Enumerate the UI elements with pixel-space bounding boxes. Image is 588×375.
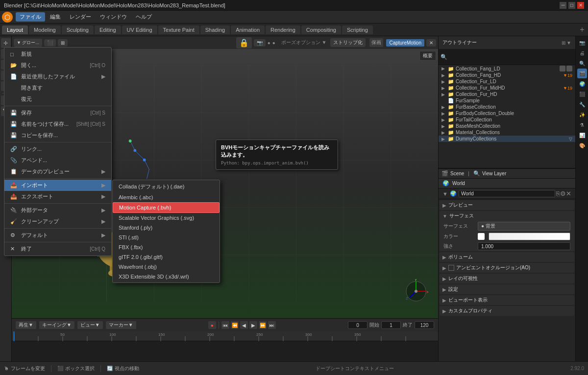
prev-keyframe-btn[interactable]: ⏪ — [231, 321, 239, 329]
prop-section-settings-header[interactable]: ▶ 設定 — [440, 284, 574, 294]
visibility-badge[interactable] — [560, 66, 565, 71]
import-bvh[interactable]: Motion Capture (.bvh) — [113, 202, 220, 213]
outliner-item[interactable]: ▶ 📁 FurBaseCollection — [439, 104, 575, 110]
menu-window[interactable]: ウィンドウ — [96, 12, 131, 22]
menu-edit[interactable]: 編集 — [46, 12, 65, 22]
tab-shading[interactable]: Shading — [200, 25, 230, 34]
menu-item-save-as[interactable]: 💾 名前をつけて保存... [Shift] [Ctrl] S — [4, 118, 111, 130]
outliner-item[interactable]: ▶ 📁 Collection_Fang_HD ▼19 — [439, 72, 575, 78]
import-svg[interactable]: Scalable Vector Graphics (.svg) — [113, 213, 220, 223]
outliner-item[interactable]: ▶ 📁 DummyCollections ▽ — [439, 136, 575, 142]
output-props-btn[interactable]: 🖨 — [577, 48, 587, 58]
keying-btn[interactable]: キーイング▼ — [39, 321, 74, 329]
scene-icon-btn[interactable]: 🎬 — [441, 170, 448, 177]
blender-logo[interactable]: ⬡ — [2, 12, 13, 23]
outliner-item[interactable]: ▶ 📁 FurTailCollection — [439, 117, 575, 123]
import-fbx[interactable]: FBX (.fbx) — [113, 242, 220, 252]
add-workspace-btn[interactable]: ＋ — [578, 24, 586, 35]
view-btn[interactable]: ビュー▼ — [77, 321, 103, 329]
menu-item-cleanup[interactable]: 🧹 クリーンアップ ▶ — [4, 216, 111, 227]
view-layer-props-btn[interactable]: 🔍 — [577, 58, 587, 68]
outliner-item[interactable]: ▶ 📁 Material_Collections — [439, 129, 575, 136]
menu-item-new[interactable]: □ 新規 — [4, 48, 111, 60]
prop-section-volume-header[interactable]: ▶ ボリューム — [440, 252, 574, 262]
outliner-item[interactable]: ▶ 📁 Collection_Fur_HD — [439, 91, 575, 97]
import-x3d[interactable]: X3D Extensible 3D (.x3d/.wrl) — [113, 272, 220, 281]
import-collada[interactable]: Collada (デフォルト) (.dae) — [113, 181, 220, 192]
prop-section-viewport-header[interactable]: ▶ ビューポート表示 — [440, 295, 574, 305]
next-keyframe-btn[interactable]: ⏩ — [259, 321, 267, 329]
close-motion-btn[interactable]: ✕ — [426, 39, 436, 47]
import-stl[interactable]: STl (.stl) — [113, 233, 220, 242]
marker-btn[interactable]: マーカー▼ — [106, 321, 136, 329]
end-frame-input[interactable] — [415, 321, 434, 329]
outliner-item[interactable]: ▶ 📁 Collection_Fur_LD — [439, 78, 575, 85]
outliner-filter-btn[interactable]: ⊞ — [562, 40, 565, 46]
menu-item-open[interactable]: 📂 開く... [Ctrl] O — [4, 60, 111, 71]
view-menu-btn[interactable]: ▼ グロー... — [14, 39, 42, 47]
tab-layout[interactable]: Layout — [2, 25, 28, 34]
play-reverse-btn[interactable]: ◀ — [240, 321, 248, 329]
outliner-item[interactable]: 📄 FurSample — [439, 97, 575, 104]
tab-rendering[interactable]: Rendering — [266, 25, 300, 34]
render-badge[interactable] — [566, 66, 572, 71]
world-close-btn[interactable]: ✕ — [566, 190, 571, 197]
tab-scripting[interactable]: Scripting — [342, 25, 373, 34]
overlay-btn[interactable]: ⊞ — [58, 39, 68, 47]
tab-compositing[interactable]: Compositing — [301, 25, 341, 34]
world-name-input[interactable] — [459, 190, 555, 197]
render-props-btn[interactable]: 📷 — [577, 38, 587, 47]
menu-item-external[interactable]: 🔌 外部データ ▶ — [4, 205, 111, 216]
camera-btn[interactable]: 📷 — [254, 39, 266, 47]
prop-section-ray-header[interactable]: ▶ レイの可視性 — [440, 274, 574, 283]
strip-btn[interactable]: ストリップ化 — [330, 38, 366, 47]
world-settings-btn[interactable]: ⚙ — [560, 190, 566, 197]
strength-input[interactable]: 1.000 — [478, 242, 570, 250]
ao-checkbox[interactable] — [448, 265, 454, 271]
playback-btn[interactable]: 再生▼ — [16, 321, 36, 329]
world-copy-btn[interactable]: ⎘ — [556, 190, 560, 197]
particles-props-btn[interactable]: ✨ — [577, 110, 587, 119]
minimize-button[interactable]: ─ — [560, 2, 566, 9]
menu-item-revert[interactable]: 開き直す — [4, 82, 111, 94]
cursor-tool[interactable]: ✛ — [1, 38, 11, 48]
outliner-item[interactable]: ▶ 📁 Collection_Fur_MidHD ▼19 — [439, 85, 575, 91]
outliner-search-input[interactable] — [451, 52, 571, 62]
menu-item-export[interactable]: 📤 エクスポート ▶ — [4, 191, 111, 202]
import-obj[interactable]: Wavefront (.obj) — [113, 262, 220, 272]
viewport-shading-btn[interactable]: ⬛ — [44, 39, 56, 47]
menu-item-append[interactable]: 📎 アペンド... — [4, 155, 111, 166]
tab-animation[interactable]: Animation — [231, 25, 265, 34]
menu-item-recent[interactable]: 📄 最近使用したファイル ▶ — [4, 71, 111, 82]
physics-props-btn[interactable]: ⚗ — [577, 120, 587, 130]
record-btn[interactable]: ● — [208, 321, 216, 329]
material-props-btn[interactable]: 🎨 — [577, 141, 587, 150]
prop-section-custom-header[interactable]: ▶ カスタムプロパティ — [440, 306, 574, 316]
tab-texture-paint[interactable]: Texture Paint — [158, 25, 199, 34]
menu-item-save-copy[interactable]: 💾 コピーを保存... — [4, 130, 111, 141]
view-layer-btn[interactable]: 🔍 — [473, 170, 480, 177]
menu-item-defaults[interactable]: ⚙ デフォルト ▶ — [4, 230, 111, 241]
menu-file[interactable]: ファイル — [16, 12, 45, 22]
import-gltf[interactable]: gITF 2.0 (.glb/.gltf) — [113, 252, 220, 262]
play-btn[interactable]: ▶ — [249, 321, 257, 329]
tab-sculpting[interactable]: Sculpting — [62, 25, 94, 34]
surface-type-btn[interactable]: ● 背景 — [478, 222, 570, 231]
prop-section-surface-header[interactable]: ▼ サーフェス — [440, 211, 574, 221]
outliner-item[interactable]: ▶ 📁 Collection_Fang_LD — [439, 65, 575, 72]
menu-item-save[interactable]: 💾 保存 [Ctrl] S — [4, 107, 111, 118]
menu-render[interactable]: レンダー — [66, 12, 95, 22]
world-props-btn[interactable]: 🌍 — [577, 79, 587, 89]
outliner-item[interactable]: ▶ 📁 BaseMeshCollection — [439, 123, 575, 129]
tab-editing[interactable]: Editing — [95, 25, 121, 34]
menu-item-recover[interactable]: 復元 — [4, 94, 111, 105]
close-button[interactable]: ✕ — [577, 2, 584, 9]
import-ply[interactable]: Stanford (.ply) — [113, 223, 220, 233]
color-swatch[interactable] — [478, 233, 485, 240]
menu-item-link[interactable]: 🔗 リンク... — [4, 143, 111, 155]
outliner-view-btn[interactable]: ▼ — [566, 40, 571, 46]
import-alembic[interactable]: Alembic (.abc) — [113, 192, 220, 202]
menu-help[interactable]: ヘルプ — [132, 12, 156, 22]
object-props-btn[interactable]: ⬛ — [577, 89, 587, 99]
jump-end-btn[interactable]: ⏭ — [268, 321, 276, 329]
